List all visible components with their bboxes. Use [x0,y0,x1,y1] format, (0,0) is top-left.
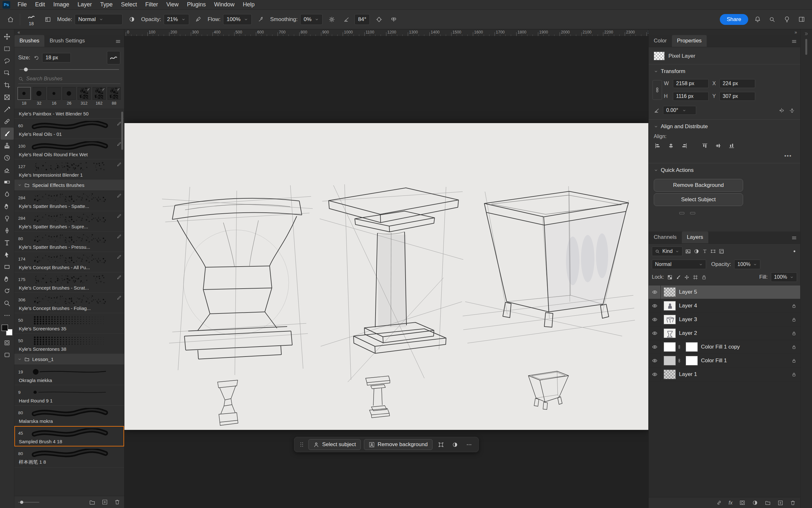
layer-name[interactable]: Layer 3 [679,316,697,323]
brush-angle-value[interactable]: 84° [355,14,370,25]
visibility-eye-icon[interactable] [649,340,661,354]
brush-preset-preview[interactable] [108,87,121,100]
visibility-eye-icon[interactable] [649,368,661,381]
brush-folder-special-effects-brushes[interactable]: Special Effects Brushes [14,180,124,191]
visibility-eye-icon[interactable] [649,354,661,367]
brush-preset-preview[interactable] [92,87,106,100]
paint-symmetry-icon[interactable] [388,14,399,25]
menu-view[interactable]: View [162,0,183,9]
brush-list-scrollbar[interactable] [121,110,124,481]
airbrush-icon[interactable] [255,14,267,25]
brush-item[interactable]: 284Kyle's Spatter Brushes - Spatte... [14,191,124,211]
align-section-header[interactable]: Align and Distribute [649,120,800,134]
brush-item[interactable]: 100Kyle's Real Oils Round Flex Wet [14,139,124,160]
panel-menu-icon[interactable] [791,39,797,44]
lock-image-pixels-icon[interactable] [676,274,681,280]
delete-brush-trash-icon[interactable] [114,499,120,505]
flow-pressure-icon[interactable] [193,14,204,25]
panel-scrollbar-thumb[interactable] [805,39,807,55]
layer-row-color-fill-1-copy[interactable]: Color Fill 1 copy [649,340,800,354]
layer-mask-icon[interactable] [739,500,745,506]
brush-item[interactable]: 60Kyle's Real Oils - 01 [14,119,124,139]
fill-swatch-thumbnail[interactable] [664,342,676,352]
collapse-right-icon[interactable]: » [794,30,797,35]
brush-folder-lesson-1[interactable]: Lesson_1 [14,354,124,365]
opacity-select[interactable]: 21% [164,14,189,25]
flow-select[interactable]: 100% [223,14,251,25]
layer-row-layer-3[interactable]: Layer 3 [649,313,800,327]
expand-panels-icon[interactable] [804,31,809,36]
adjustment-layer-icon[interactable] [752,500,758,506]
align-center-horizontal-icon[interactable] [668,142,674,149]
brush-item[interactable]: 19Okragla miekka [14,365,124,385]
align-middle-vertical-icon[interactable] [715,142,721,149]
move-tool[interactable] [1,31,14,43]
brush-item[interactable]: 284Kyle's Spatter Brushes - Supre... [14,211,124,231]
type-tool[interactable] [1,237,14,249]
healing-brush-tool[interactable] [1,116,14,128]
menu-edit[interactable]: Edit [31,0,49,9]
x-input[interactable]: 224 px [720,79,755,88]
align-more-options-icon[interactable]: ••• [649,152,800,163]
brush-item[interactable]: 127Kyle's Impressionist Blender 1 [14,160,124,180]
hand-tool[interactable] [1,273,14,285]
menu-type[interactable]: Type [96,0,117,9]
tab-channels[interactable]: Channels [649,231,682,243]
fill-select[interactable]: 100% [771,272,797,282]
layer-thumbnail[interactable] [664,370,676,379]
brush-tool[interactable] [1,128,14,140]
panel-collapse-row-right[interactable]: » [649,29,800,35]
menu-window[interactable]: Window [210,0,239,9]
link-layers-icon[interactable] [716,500,722,506]
preview-size-slider[interactable] [18,501,23,504]
slider-handle[interactable] [24,68,28,72]
constrain-proportions-link-icon[interactable] [652,80,662,100]
menu-plugins[interactable]: Plugins [183,0,210,9]
visibility-eye-icon[interactable] [649,313,661,326]
layer-name[interactable]: Color Fill 1 [701,357,727,364]
panel-collapse-row[interactable]: « [14,29,124,35]
rotate-view-tool[interactable] [1,285,14,297]
brush-preset-preview[interactable] [47,87,60,100]
lock-all-icon[interactable] [701,274,707,280]
layer-thumbnail[interactable] [664,329,676,338]
smudge-tool[interactable] [1,200,14,212]
brush-preset-thumbnail[interactable]: 312 [78,87,91,105]
brush-tip-preview[interactable]: 18 [24,13,39,26]
edit-toolbar-tool[interactable] [1,309,14,322]
screen-mode-tool[interactable] [1,349,14,361]
layer-mask-thumbnail[interactable] [686,356,698,366]
brush-item[interactable]: 45Sampled Brush 4 18 [14,426,124,447]
discover-bulb-icon[interactable] [781,14,792,25]
color-swatches[interactable] [2,325,12,336]
eraser-tool[interactable] [1,164,14,176]
select-subject-quick-action[interactable]: Select Subject [654,193,743,206]
lock-position-icon[interactable] [684,274,689,280]
menu-filter[interactable]: Filter [141,0,162,9]
path-selection-tool[interactable] [1,249,14,261]
layer-effects-fx-icon[interactable]: fx [729,500,733,506]
lock-artboard-icon[interactable] [693,274,698,280]
y-input[interactable]: 307 px [720,92,755,101]
lasso-tool[interactable] [1,55,14,67]
history-brush-tool[interactable] [1,152,14,164]
layer-name[interactable]: Layer 4 [679,303,697,309]
brush-item[interactable]: 50Kyle's Paintbox - Wet Blender 50 [14,109,124,119]
delete-layer-trash-icon[interactable] [790,500,796,506]
notifications-bell-icon[interactable] [752,14,763,25]
brush-preset-thumbnail[interactable]: 26 [63,87,76,105]
align-left-icon[interactable] [654,142,661,149]
remove-background-button[interactable]: Remove background [364,439,432,450]
filter-image-icon[interactable] [685,248,691,254]
foreground-color-swatch[interactable] [2,325,8,331]
brush-item[interactable]: 306Kyle's Concept Brushes - Foliag... [14,293,124,313]
filter-smart-object-icon[interactable] [719,248,724,254]
blur-tool[interactable] [1,188,14,200]
remove-background-quick-action[interactable]: Remove Background [654,179,743,192]
layer-name[interactable]: Layer 5 [679,289,697,295]
tab-brush-settings[interactable]: Brush Settings [44,35,90,47]
visibility-eye-icon[interactable] [649,327,661,340]
brush-item[interactable]: 80Malarska mokra [14,406,124,426]
height-input[interactable]: 1116 px [673,92,708,101]
layer-name[interactable]: Layer 2 [679,330,697,336]
